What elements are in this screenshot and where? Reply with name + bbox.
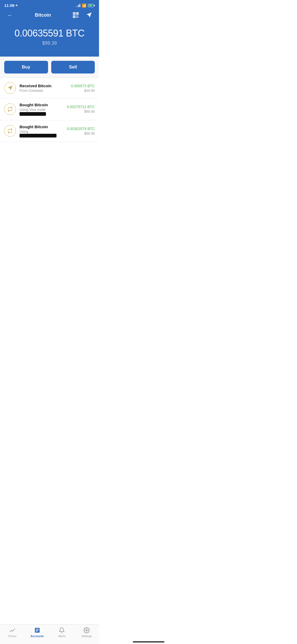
svg-rect-6 — [76, 16, 77, 16]
btc-amount: 0.00275712 BTC — [67, 105, 95, 109]
location-arrow-icon: ➤ — [15, 3, 19, 8]
buy-button[interactable]: Buy — [4, 61, 48, 73]
transaction-amount: 0.000573 BTC $10.00 — [71, 84, 95, 93]
qr-icon — [73, 12, 79, 18]
buy-icon — [4, 125, 16, 137]
send-button[interactable] — [84, 12, 94, 18]
btc-balance: 0.00635591 BTC — [5, 28, 94, 39]
transaction-title: Bought Bitcoin — [20, 103, 63, 107]
transaction-info: Received Bitcoin From Coinbase — [20, 84, 67, 93]
time-display: 11:08 — [4, 3, 14, 8]
transaction-info: Bought Bitcoin Using — [20, 125, 63, 138]
usd-amount: $50.00 — [67, 131, 95, 135]
redacted-text — [20, 112, 46, 116]
buy-icon — [4, 103, 16, 115]
transaction-item[interactable]: Bought Bitcoin Using 0.00302579 BTC $50.… — [0, 120, 99, 142]
svg-rect-9 — [78, 17, 78, 18]
back-arrow-icon: ← — [7, 12, 13, 18]
usd-amount: $50.00 — [67, 109, 95, 113]
status-time: 11:08 ➤ — [4, 3, 18, 8]
transactions-list: Received Bitcoin From Coinbase 0.000573 … — [0, 78, 99, 142]
receive-icon — [4, 82, 16, 94]
transaction-subtitle: From Coinbase — [20, 89, 67, 93]
svg-rect-8 — [76, 17, 77, 18]
svg-rect-3 — [77, 13, 78, 14]
transaction-amount: 0.00275712 BTC $50.00 — [67, 105, 95, 113]
swap-icon — [7, 128, 13, 134]
transaction-item[interactable]: Bought Bitcoin Using Visa credit 0.00275… — [0, 98, 99, 120]
transaction-item[interactable]: Received Bitcoin From Coinbase 0.000573 … — [0, 78, 99, 98]
status-bar: 11:08 ➤ 📶 — [0, 0, 99, 10]
signal-strength-icon — [76, 4, 80, 7]
svg-rect-1 — [74, 13, 75, 14]
battery-icon — [88, 4, 95, 7]
svg-marker-11 — [87, 13, 91, 17]
balance-section: 0.00635591 BTC $99.39 — [0, 22, 99, 57]
header-actions — [71, 12, 94, 18]
page-header: ← Bitcoin — [0, 10, 99, 22]
svg-rect-5 — [74, 16, 75, 17]
back-button[interactable]: ← — [5, 12, 15, 18]
page-title: Bitcoin — [15, 12, 71, 18]
swap-icon — [7, 107, 13, 112]
qr-code-button[interactable] — [71, 12, 81, 18]
transaction-info: Bought Bitcoin Using Visa credit — [20, 103, 63, 116]
svg-marker-13 — [8, 86, 12, 90]
wifi-icon: 📶 — [82, 3, 86, 8]
btc-amount: 0.00302579 BTC — [67, 127, 95, 131]
redacted-text — [20, 134, 56, 137]
transaction-amount: 0.00302579 BTC $50.00 — [67, 127, 95, 135]
usd-amount: $10.00 — [71, 89, 95, 93]
usd-balance: $99.39 — [5, 40, 94, 46]
transaction-subtitle: Using Visa credit — [20, 108, 63, 116]
btc-amount: 0.000573 BTC — [71, 84, 95, 88]
arrow-icon — [7, 85, 13, 91]
action-buttons: Buy Sell — [0, 57, 99, 78]
send-icon — [86, 12, 92, 18]
sell-button[interactable]: Sell — [51, 61, 95, 73]
svg-rect-7 — [78, 16, 78, 16]
transaction-title: Bought Bitcoin — [20, 125, 63, 129]
transaction-subtitle: Using — [20, 130, 63, 138]
transaction-title: Received Bitcoin — [20, 84, 67, 88]
status-icons: 📶 — [76, 3, 95, 8]
